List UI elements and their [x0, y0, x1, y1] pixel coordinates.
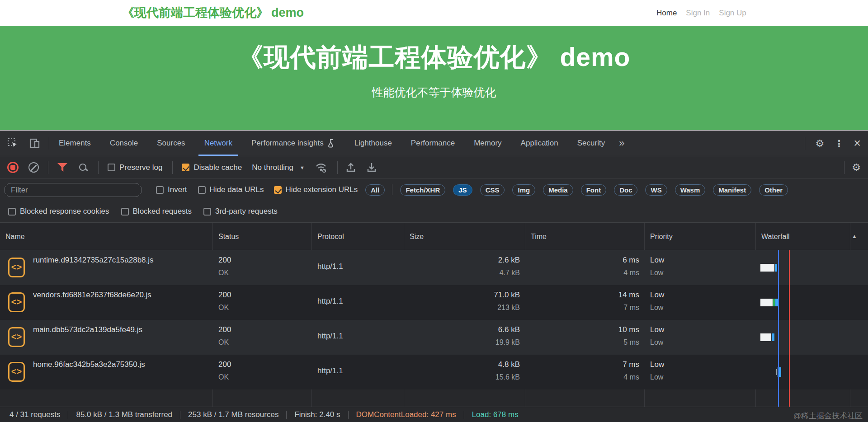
- filter-pill-css[interactable]: CSS: [480, 184, 505, 196]
- table-row[interactable]: vendors.fd6881e2637f68de6e20.js 200 OK h…: [0, 285, 868, 320]
- tab-memory[interactable]: Memory: [464, 131, 511, 156]
- tab-application[interactable]: Application: [511, 131, 568, 156]
- table-row[interactable]: main.dbb573dc2a139da5fe49.js 200 OK http…: [0, 320, 868, 355]
- divider: [68, 411, 68, 419]
- summary-resources: 253 kB / 1.7 MB resources: [188, 410, 278, 419]
- more-options-icon[interactable]: ⋮: [834, 138, 844, 149]
- disable-cache-checkbox[interactable]: [182, 164, 189, 171]
- filter-pill-js[interactable]: JS: [453, 184, 472, 196]
- cell-priority: Low Low: [645, 355, 756, 389]
- column-header-size[interactable]: Size: [404, 223, 424, 250]
- divider: [286, 411, 287, 419]
- site-title: 《现代前端工程体验优化》demo: [122, 0, 304, 26]
- tab-performance[interactable]: Performance: [401, 131, 464, 156]
- device-toolbar-icon[interactable]: [29, 138, 41, 149]
- invert-label[interactable]: Invert: [168, 185, 187, 194]
- third-party-requests-checkbox[interactable]: [203, 208, 211, 216]
- filter-pill-fetch-xhr[interactable]: Fetch/XHR: [400, 184, 445, 196]
- cell-status: 200 OK: [213, 250, 312, 285]
- chevron-down-icon[interactable]: ▼: [300, 165, 305, 170]
- filter-pill-manifest[interactable]: Manifest: [713, 184, 751, 196]
- nav-link-sign-up[interactable]: Sign Up: [719, 9, 746, 18]
- settings-gear-icon[interactable]: ⚙: [815, 139, 824, 149]
- network-filter-bar: Invert Hide data URLs Hide extension URL…: [0, 179, 868, 201]
- dom-content-loaded-marker-line: [778, 250, 779, 407]
- network-summary-bar: 4 / 31 requests 85.0 kB / 1.3 MB transfe…: [0, 407, 868, 422]
- summary-dom-content-loaded: DOMContentLoaded: 427 ms: [356, 410, 456, 419]
- blocked-requests-checkbox[interactable]: [121, 208, 129, 216]
- network-settings: ⚙: [844, 156, 868, 179]
- column-header-protocol[interactable]: Protocol: [312, 223, 344, 250]
- column-header-name[interactable]: Name: [0, 223, 25, 250]
- nav-link-sign-in[interactable]: Sign In: [686, 9, 710, 18]
- table-header: Name Status Protocol Size Time Priority …: [0, 223, 868, 250]
- cell-priority: Low Low: [645, 320, 756, 355]
- tab-console[interactable]: Console: [100, 131, 147, 156]
- js-file-icon: [8, 258, 25, 277]
- filter-pill-wasm[interactable]: Wasm: [675, 184, 706, 196]
- cell-priority: Low Low: [645, 285, 756, 320]
- column-header-time[interactable]: Time: [525, 223, 547, 250]
- network-settings-gear-icon[interactable]: ⚙: [852, 163, 861, 173]
- blocked-response-cookies-checkbox[interactable]: [8, 208, 16, 216]
- record-network-log-icon[interactable]: [7, 162, 19, 173]
- site-header: 《现代前端工程体验优化》demo Home Sign In Sign Up: [0, 0, 868, 26]
- network-toolbar: Preserve log Disable cache No throttling…: [0, 156, 868, 179]
- network-conditions-icon[interactable]: [315, 162, 328, 173]
- cell-status: 200 OK: [213, 320, 312, 355]
- preserve-log-checkbox[interactable]: [108, 164, 115, 171]
- column-header-status[interactable]: Status: [213, 223, 239, 250]
- sort-arrow-icon[interactable]: ▲: [852, 223, 857, 250]
- tab-security[interactable]: Security: [568, 131, 614, 156]
- tab-performance-insights[interactable]: Performance insights: [242, 131, 345, 156]
- hide-data-urls-checkbox[interactable]: [198, 186, 206, 194]
- clear-network-log-icon[interactable]: [28, 162, 39, 173]
- filter-pill-all[interactable]: All: [365, 184, 385, 196]
- hide-extension-urls-label[interactable]: Hide extension URLs: [286, 185, 358, 194]
- js-file-icon: [8, 327, 25, 347]
- column-header-priority[interactable]: Priority: [645, 223, 673, 250]
- blocked-requests-label[interactable]: Blocked requests: [133, 207, 192, 216]
- import-har-icon[interactable]: [345, 162, 357, 173]
- tab-sources[interactable]: Sources: [147, 131, 194, 156]
- third-party-requests-label[interactable]: 3rd-party requests: [215, 207, 278, 216]
- page: 《现代前端工程体验优化》demo Home Sign In Sign Up 《现…: [0, 0, 868, 422]
- devtools-right-controls: ⚙ ⋮ ×: [805, 131, 868, 156]
- disable-cache-label[interactable]: Disable cache: [193, 163, 242, 172]
- filter-pill-img[interactable]: Img: [512, 184, 535, 196]
- filter-pill-other[interactable]: Other: [759, 184, 788, 196]
- cell-name: vendors.fd6881e2637f68de6e20.js: [0, 285, 213, 320]
- cell-name: runtime.d91342735a27c15a28b8.js: [0, 250, 213, 285]
- search-icon[interactable]: [78, 163, 88, 173]
- nav-link-home[interactable]: Home: [656, 9, 677, 18]
- divider: [172, 161, 173, 174]
- hide-data-urls-label[interactable]: Hide data URLs: [210, 185, 264, 194]
- filter-pill-font[interactable]: Font: [581, 184, 606, 196]
- invert-checkbox[interactable]: [156, 186, 164, 194]
- filter-pill-doc[interactable]: Doc: [614, 184, 637, 196]
- site-nav: Home Sign In Sign Up: [656, 0, 746, 26]
- filter-input[interactable]: [4, 183, 142, 197]
- cell-protocol: http/1.1: [312, 250, 404, 285]
- filter-pill-media[interactable]: Media: [543, 184, 573, 196]
- filter-pill-ws[interactable]: WS: [645, 184, 667, 196]
- hide-extension-urls-checkbox[interactable]: [274, 186, 282, 194]
- cell-size: 71.0 kB 213 kB: [404, 285, 525, 320]
- blocked-response-cookies-label[interactable]: Blocked response cookies: [20, 207, 109, 216]
- table-row[interactable]: home.96fac342b5a3e2a75350.js 200 OK http…: [0, 355, 868, 389]
- column-header-waterfall[interactable]: Waterfall: [756, 223, 790, 250]
- tab-lighthouse[interactable]: Lighthouse: [345, 131, 401, 156]
- divider: [805, 137, 805, 150]
- table-row[interactable]: runtime.d91342735a27c15a28b8.js 200 OK h…: [0, 250, 868, 285]
- inspect-element-icon[interactable]: [7, 138, 18, 149]
- preserve-log-label[interactable]: Preserve log: [119, 163, 162, 172]
- more-tabs-icon[interactable]: »: [614, 131, 629, 156]
- tab-elements[interactable]: Elements: [49, 131, 100, 156]
- watermark: @稀土掘金技术社区: [793, 411, 863, 421]
- export-har-icon[interactable]: [366, 162, 377, 173]
- cell-waterfall: [756, 285, 868, 320]
- filter-funnel-icon[interactable]: [57, 163, 67, 172]
- tab-network[interactable]: Network: [195, 131, 242, 156]
- throttling-select[interactable]: No throttling: [252, 163, 293, 172]
- close-devtools-icon[interactable]: ×: [854, 137, 861, 150]
